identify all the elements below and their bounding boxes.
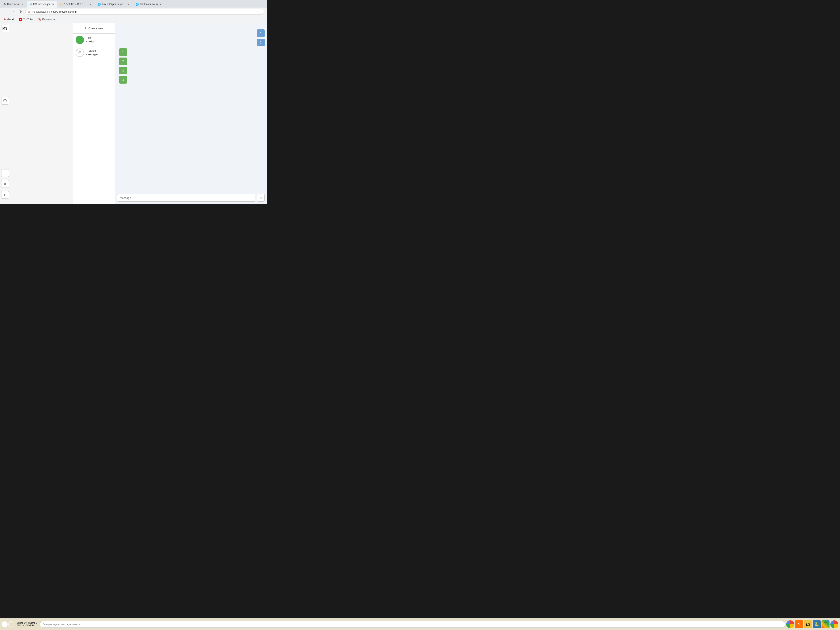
avatar-rick bbox=[76, 36, 84, 44]
settings-tab-label: Настройки bbox=[7, 3, 19, 6]
js-tab-close[interactable]: ✕ bbox=[126, 3, 130, 6]
chat-area: 1 2 3 4 1 2 ⬆ bbox=[115, 23, 267, 204]
htmlacademy-tab-label: htmlacademy.ru bbox=[140, 3, 158, 6]
js-tab-icon: 🌐 bbox=[98, 3, 101, 6]
logout-sidebar-button[interactable]: ↩ bbox=[1, 191, 9, 199]
chat-name-saved: savedmessages bbox=[86, 49, 98, 56]
address-bar: ← → ↻ ⚠ Не защищено | ms/PC/messenger.ph… bbox=[0, 8, 267, 16]
send-button[interactable]: ⬆ bbox=[257, 194, 265, 202]
address-input[interactable]: ⚠ Не защищено | ms/PC/messenger.php bbox=[25, 9, 264, 15]
create-new-label: Create new bbox=[88, 27, 104, 30]
logout-sidebar-icon: ↩ bbox=[4, 193, 6, 197]
chat-item-rick[interactable]: rickmaxler bbox=[73, 33, 115, 46]
gmail-label: Gmail bbox=[7, 18, 14, 21]
ms-logo: MS bbox=[1, 25, 9, 32]
menu-sidebar-icon: ☰ bbox=[3, 171, 6, 175]
tab-htmlacademy[interactable]: 🌐 htmlacademy.ru ✕ bbox=[133, 1, 165, 8]
bookmark-translate[interactable]: 🔖 Перевести bbox=[36, 17, 57, 21]
pma-tab-icon: 🗃 bbox=[60, 3, 63, 6]
plus-icon: + bbox=[84, 26, 87, 30]
chat-buttons-right: 1 2 bbox=[257, 29, 265, 46]
sidebar-bottom-icons: ☰ ⚙ ↩ bbox=[1, 169, 9, 202]
chat-name-rick: rickmaxler bbox=[86, 36, 94, 43]
address-separator: | bbox=[49, 10, 50, 13]
chat-num-button-4[interactable]: 4 bbox=[119, 76, 127, 84]
gmail-icon: M bbox=[4, 18, 6, 21]
chat-sidebar-button[interactable]: 💬 bbox=[1, 97, 9, 104]
bookmark-youtube[interactable]: ▶ YouTube bbox=[17, 17, 35, 21]
youtube-icon: ▶ bbox=[19, 18, 22, 21]
browser-chrome: ⚙ Настройки ✕ ✉ MS messenger ✕ 🗃 127.0.0… bbox=[0, 0, 267, 23]
tab-bar: ⚙ Настройки ✕ ✉ MS messenger ✕ 🗃 127.0.0… bbox=[0, 0, 267, 8]
saved-messages-icon: ⊞ bbox=[78, 51, 82, 55]
messenger-tab-icon: ✉ bbox=[30, 3, 32, 6]
main-content: MS 💬 ☰ ⚙ ↩ + Create new rickmaxler bbox=[0, 23, 267, 204]
message-input-area: ⬆ bbox=[115, 192, 267, 204]
js-tab-label: Как в JS реализуе... bbox=[102, 3, 125, 6]
translate-label: Перевести bbox=[42, 18, 55, 21]
bookmarks-bar: M Gmail ▶ YouTube 🔖 Перевести bbox=[0, 16, 267, 23]
messenger-tab-label: MS messenger bbox=[33, 3, 50, 6]
create-new-button[interactable]: + Create new bbox=[73, 23, 115, 33]
right-num-button-1[interactable]: 1 bbox=[257, 29, 265, 37]
youtube-label: YouTube bbox=[23, 18, 33, 21]
avatar-saved: ⊞ bbox=[76, 49, 84, 57]
htmlacademy-tab-close[interactable]: ✕ bbox=[159, 3, 162, 6]
settings-tab-icon: ⚙ bbox=[3, 3, 6, 6]
reload-button[interactable]: ↻ bbox=[17, 9, 24, 15]
settings-sidebar-icon: ⚙ bbox=[3, 182, 6, 186]
messenger-tab-close[interactable]: ✕ bbox=[51, 3, 55, 6]
bookmark-gmail[interactable]: M Gmail bbox=[3, 17, 16, 21]
chat-item-saved[interactable]: ⊞ savedmessages bbox=[73, 46, 115, 59]
settings-sidebar-button[interactable]: ⚙ bbox=[1, 180, 9, 188]
security-warning-icon: ⚠ bbox=[28, 10, 30, 13]
chat-list-panel: + Create new rickmaxler ⊞ savedmessages bbox=[73, 23, 115, 204]
send-icon: ⬆ bbox=[260, 196, 262, 200]
htmlacademy-tab-icon: 🌐 bbox=[136, 3, 139, 6]
message-input[interactable] bbox=[117, 194, 255, 202]
pma-tab-close[interactable]: ✕ bbox=[88, 3, 92, 6]
chat-num-button-3[interactable]: 3 bbox=[119, 67, 127, 74]
chat-sidebar-icon: 💬 bbox=[3, 99, 7, 103]
tab-pma[interactable]: 🗃 127.0.0.1 / 127.0.0... ✕ bbox=[58, 1, 95, 8]
back-button[interactable]: ← bbox=[3, 9, 8, 15]
right-num-button-2[interactable]: 2 bbox=[257, 39, 265, 46]
tab-settings[interactable]: ⚙ Настройки ✕ bbox=[1, 1, 27, 8]
chat-num-button-2[interactable]: 2 bbox=[119, 58, 127, 65]
chat-num-button-1[interactable]: 1 bbox=[119, 48, 127, 56]
translate-icon: 🔖 bbox=[38, 18, 41, 21]
menu-sidebar-button[interactable]: ☰ bbox=[1, 169, 9, 177]
left-sidebar: MS 💬 ☰ ⚙ ↩ bbox=[0, 23, 10, 204]
forward-button[interactable]: → bbox=[10, 9, 16, 15]
tab-messenger[interactable]: ✉ MS messenger ✕ bbox=[27, 1, 57, 8]
middle-panel bbox=[10, 23, 73, 204]
address-url: ms/PC/messenger.php bbox=[51, 10, 76, 13]
tab-js[interactable]: 🌐 Как в JS реализуе... ✕ bbox=[95, 1, 133, 8]
security-label: Не защищено bbox=[32, 10, 48, 13]
settings-tab-close[interactable]: ✕ bbox=[21, 3, 24, 6]
pma-tab-label: 127.0.0.1 / 127.0.0... bbox=[64, 3, 87, 6]
chat-buttons-left: 1 2 3 4 bbox=[119, 48, 127, 84]
